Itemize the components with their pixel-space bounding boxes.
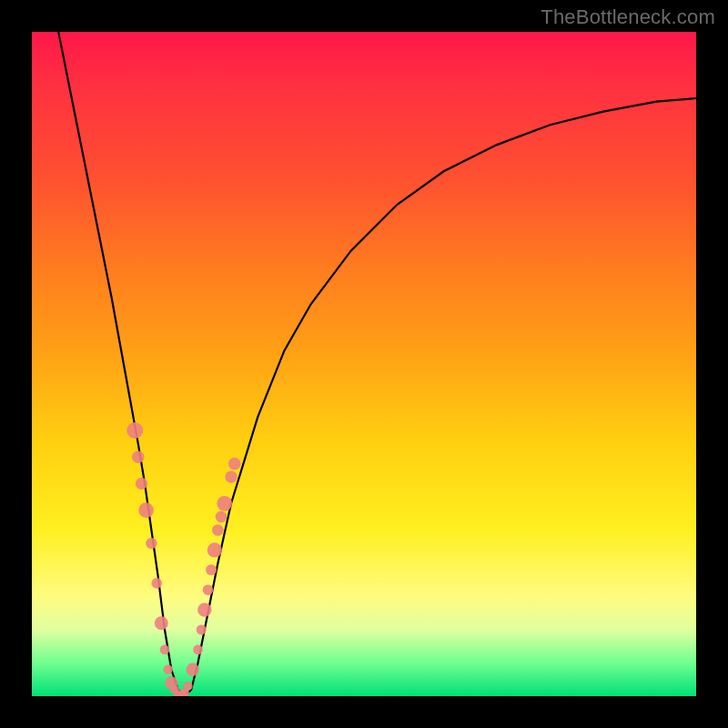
highlight-dot: [228, 458, 241, 470]
highlight-points: [126, 422, 240, 696]
highlight-dot: [138, 502, 154, 518]
highlight-dot: [146, 538, 157, 549]
highlight-dot: [183, 682, 192, 691]
highlight-dot: [197, 625, 207, 635]
curve-layer: [32, 32, 696, 696]
highlight-dot: [207, 542, 222, 557]
highlight-dot: [136, 478, 147, 490]
highlight-dot: [197, 602, 211, 616]
chart-frame: TheBottleneck.com: [0, 0, 728, 728]
highlight-dot: [126, 422, 143, 439]
plot-area: [32, 32, 696, 696]
highlight-dot: [132, 450, 145, 463]
highlight-dot: [206, 564, 217, 575]
highlight-dot: [151, 578, 162, 589]
highlight-dot: [217, 496, 232, 511]
highlight-dot: [163, 665, 172, 674]
watermark: TheBottleneck.com: [541, 5, 715, 29]
highlight-dot: [203, 584, 214, 595]
highlight-dot: [225, 470, 237, 482]
highlight-dot: [160, 645, 170, 655]
bottleneck-curve: [58, 32, 696, 696]
highlight-dot: [212, 524, 224, 536]
highlight-dot: [193, 645, 203, 655]
highlight-dot: [187, 663, 199, 676]
highlight-dot: [155, 616, 168, 630]
highlight-dot: [216, 511, 228, 523]
